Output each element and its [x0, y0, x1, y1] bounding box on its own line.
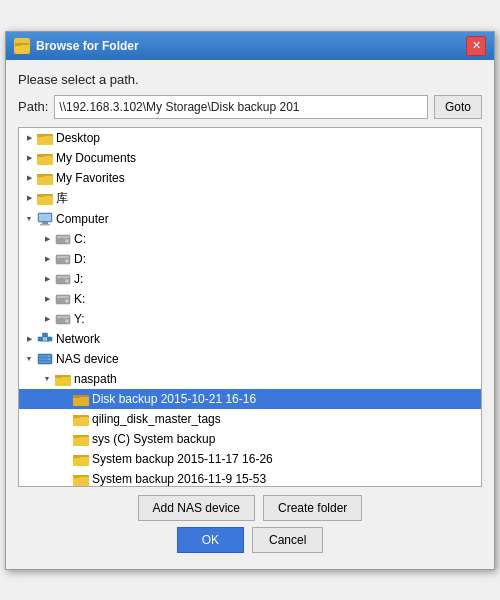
svg-rect-33 — [57, 316, 69, 318]
svg-rect-54 — [73, 417, 89, 426]
svg-rect-64 — [73, 475, 80, 478]
add-nas-button[interactable]: Add NAS device — [138, 495, 255, 521]
svg-point-46 — [48, 358, 50, 360]
folder-icon — [37, 131, 53, 145]
instruction-text: Please select a path. — [18, 72, 482, 87]
item-label-ku: 库 — [56, 190, 68, 207]
svg-rect-58 — [73, 435, 80, 438]
network-icon — [37, 332, 53, 346]
goto-button[interactable]: Goto — [434, 95, 482, 119]
svg-rect-51 — [73, 397, 89, 406]
svg-point-28 — [65, 279, 69, 283]
tree-item-computer[interactable]: Computer — [19, 209, 481, 229]
svg-point-25 — [65, 259, 69, 263]
item-label-driveD: D: — [74, 252, 86, 266]
svg-rect-5 — [37, 134, 44, 137]
folder-icon-ku — [37, 191, 53, 205]
folder-tree[interactable]: Desktop My Documents ★ My Favorites — [18, 127, 482, 487]
cancel-button[interactable]: Cancel — [252, 527, 323, 553]
path-input[interactable] — [54, 95, 428, 119]
tree-item-driveK[interactable]: K: — [19, 289, 481, 309]
expander-myfavs[interactable] — [21, 170, 37, 186]
folder-icon-sysC — [73, 432, 89, 446]
tree-item-sysC[interactable]: sys (C) System backup — [19, 429, 481, 449]
svg-rect-18 — [42, 222, 48, 224]
svg-point-22 — [65, 239, 69, 243]
svg-rect-17 — [39, 214, 51, 221]
svg-rect-35 — [38, 337, 43, 341]
ok-button[interactable]: OK — [177, 527, 244, 553]
svg-rect-63 — [73, 477, 89, 486]
expander-nasdevice[interactable] — [21, 351, 37, 367]
svg-rect-1 — [15, 45, 29, 52]
expander-desktop[interactable] — [21, 130, 37, 146]
svg-rect-21 — [57, 236, 69, 238]
dialog-body: Please select a path. Path: Goto Desktop — [6, 60, 494, 569]
folder-star-icon: ★ — [37, 171, 53, 185]
svg-rect-24 — [57, 256, 69, 258]
item-label-sysbk2016: System backup 2016-11-9 15-53 — [92, 472, 266, 486]
svg-rect-7 — [37, 156, 53, 165]
item-label-sysbk2015: System backup 2015-11-17 16-26 — [92, 452, 273, 466]
tree-item-myfavs[interactable]: ★ My Favorites — [19, 168, 481, 188]
svg-rect-14 — [37, 196, 53, 205]
svg-rect-8 — [37, 154, 44, 157]
expander-driveJ[interactable] — [39, 271, 55, 287]
expander-computer[interactable] — [21, 211, 37, 227]
svg-rect-27 — [57, 276, 69, 278]
tree-item-qiling[interactable]: qiling_disk_master_tags — [19, 409, 481, 429]
tree-item-sysbk2015[interactable]: System backup 2015-11-17 16-26 — [19, 449, 481, 469]
close-button[interactable]: ✕ — [466, 36, 486, 56]
svg-rect-37 — [43, 333, 48, 337]
tree-item-ku[interactable]: 库 — [19, 188, 481, 209]
expander-naspath[interactable] — [39, 371, 55, 387]
tree-item-diskbackup[interactable]: Disk backup 2015-10-21 16-16 — [19, 389, 481, 409]
expander-ku[interactable] — [21, 190, 37, 206]
tree-item-mydocs[interactable]: My Documents — [19, 148, 481, 168]
item-label-computer: Computer — [56, 212, 109, 226]
svg-text:★: ★ — [42, 177, 48, 184]
path-row: Path: Goto — [18, 95, 482, 119]
item-label-nasdevice: NAS device — [56, 352, 119, 366]
expander-mydocs[interactable] — [21, 150, 37, 166]
expander-network[interactable] — [21, 331, 37, 347]
tree-item-nasdevice[interactable]: NAS device — [19, 349, 481, 369]
folder-icon-qiling — [73, 412, 89, 426]
item-label-diskbackup: Disk backup 2015-10-21 16-16 — [92, 392, 256, 406]
tree-item-driveC[interactable]: C: — [19, 229, 481, 249]
item-label-qiling: qiling_disk_master_tags — [92, 412, 221, 426]
nas-icon — [37, 352, 53, 366]
create-folder-button[interactable]: Create folder — [263, 495, 362, 521]
tree-item-driveY[interactable]: Y: — [19, 309, 481, 329]
tree-item-driveJ[interactable]: J: — [19, 269, 481, 289]
drive-icon-k — [55, 292, 71, 306]
item-label-driveC: C: — [74, 232, 86, 246]
expander-driveK[interactable] — [39, 291, 55, 307]
svg-rect-55 — [73, 415, 80, 418]
tree-item-desktop[interactable]: Desktop — [19, 128, 481, 148]
folder-icon-mydocs — [37, 151, 53, 165]
item-label-driveY: Y: — [74, 312, 85, 326]
svg-point-31 — [65, 299, 69, 303]
svg-rect-36 — [47, 337, 52, 341]
folder-icon-diskbackup — [73, 392, 89, 406]
tree-item-naspath[interactable]: naspath — [19, 369, 481, 389]
folder-icon-naspath — [55, 372, 71, 386]
svg-rect-57 — [73, 437, 89, 446]
svg-point-45 — [48, 355, 50, 357]
dialog-icon — [14, 38, 30, 54]
expander-driveD[interactable] — [39, 251, 55, 267]
tree-item-sysbk2016[interactable]: System backup 2016-11-9 15-53 — [19, 469, 481, 487]
expander-driveY[interactable] — [39, 311, 55, 327]
drive-icon-c — [55, 232, 71, 246]
svg-rect-30 — [57, 296, 69, 298]
computer-icon — [37, 212, 53, 226]
svg-rect-19 — [40, 224, 50, 226]
tree-item-driveD[interactable]: D: — [19, 249, 481, 269]
expander-driveC[interactable] — [39, 231, 55, 247]
item-label-network: Network — [56, 332, 100, 346]
path-label: Path: — [18, 99, 48, 114]
tree-item-network[interactable]: Network — [19, 329, 481, 349]
folder-icon-sysbk2015 — [73, 452, 89, 466]
svg-rect-4 — [37, 136, 53, 145]
